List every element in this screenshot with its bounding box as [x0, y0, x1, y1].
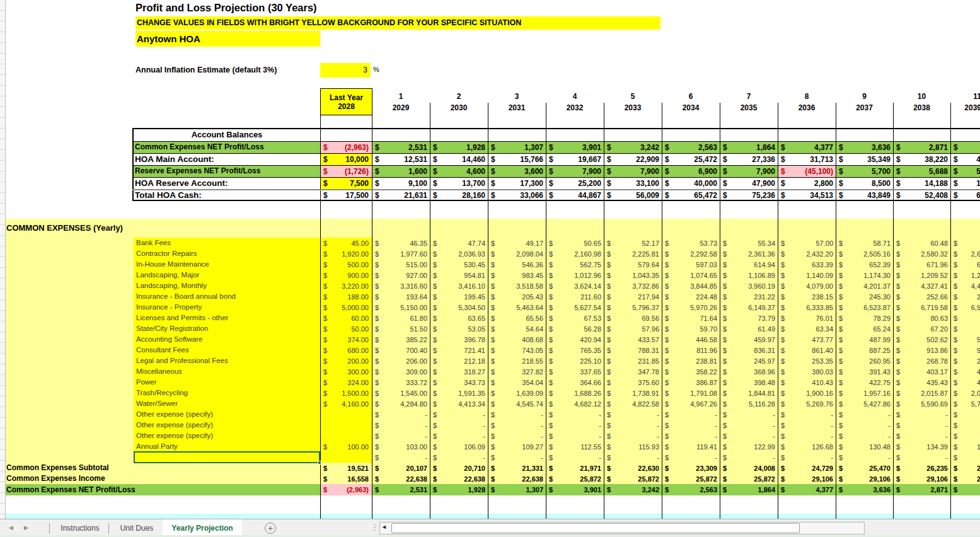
last-year-cell[interactable]: $17,500 — [321, 190, 371, 201]
year-value-cell[interactable]: $56,009 — [604, 190, 662, 201]
year-value-cell[interactable]: $927.00 — [372, 270, 430, 280]
year-value-cell[interactable]: $515.00 — [372, 259, 430, 270]
expense-row-label[interactable]: Other expense (specify) — [136, 430, 319, 441]
year-value-cell[interactable]: $217.94 — [604, 291, 662, 302]
year-value-cell[interactable]: $983.45 — [488, 270, 546, 280]
year-value-cell[interactable]: $2,0 — [951, 388, 980, 398]
year-value-cell[interactable]: $- — [894, 420, 950, 430]
year-value-cell[interactable]: $- — [546, 409, 604, 420]
last-year-cell[interactable]: $3,220.00 — [321, 280, 371, 291]
expense-row-label[interactable]: Other expense (specify) — [136, 420, 319, 430]
tab-instructions[interactable]: Instructions — [53, 519, 107, 537]
expense-row-label[interactable]: Legal and Professional Fees — [136, 355, 319, 366]
year-value-cell[interactable]: $1,209.52 — [894, 270, 950, 280]
year-value-cell[interactable]: $35,349 — [836, 153, 893, 165]
year-value-cell[interactable]: $2,563 — [662, 141, 720, 153]
year-value-cell[interactable]: $3,242 — [604, 484, 662, 495]
year-value-cell[interactable]: $5,700 — [836, 165, 893, 177]
expense-row-label[interactable]: Water/Sewer — [136, 398, 319, 409]
year-value-cell[interactable]: $391.43 — [836, 366, 893, 377]
year-value-cell[interactable]: $29,106 — [778, 473, 836, 484]
year-value-cell[interactable]: $112.55 — [546, 441, 604, 452]
year-value-cell[interactable]: $12,531 — [372, 153, 430, 165]
year-value-cell[interactable]: $398.48 — [720, 377, 778, 388]
year-value-cell[interactable]: $9,100 — [372, 177, 430, 189]
year-value-cell[interactable]: $8,500 — [836, 177, 893, 189]
year-value-cell[interactable]: $- — [662, 452, 720, 463]
year-value-cell[interactable]: $ — [951, 141, 980, 153]
year-value-cell[interactable]: $1,738.91 — [604, 388, 662, 398]
year-value-cell[interactable]: $385.22 — [372, 334, 430, 345]
last-year-header-cell[interactable]: Last Year2028 — [320, 88, 372, 115]
year-value-cell[interactable]: $4,600 — [430, 165, 488, 177]
year-value-cell[interactable]: $836.31 — [720, 345, 778, 355]
last-year-cell[interactable]: $324.00 — [321, 377, 371, 388]
year-value-cell[interactable]: $3,901 — [546, 484, 604, 495]
expense-row-label[interactable]: Insurance - Board annual bond — [136, 291, 319, 302]
year-value-cell[interactable]: $130.48 — [836, 441, 893, 452]
tab-scroll-left-icon[interactable]: ◄ — [8, 524, 14, 531]
year-value-cell[interactable]: $22,638 — [488, 473, 546, 484]
year-value-cell[interactable]: $7,900 — [720, 165, 778, 177]
year-value-cell[interactable]: $- — [778, 420, 836, 430]
year-number-header[interactable]: 2 — [430, 92, 488, 102]
year-value-cell[interactable]: $6,900 — [662, 165, 720, 177]
last-year-cell[interactable]: $19,521 — [321, 463, 371, 473]
year-label-header[interactable]: 2033 — [604, 103, 662, 113]
year-value-cell[interactable]: $6,149.37 — [720, 302, 778, 313]
year-value-cell[interactable]: $47.74 — [430, 238, 488, 248]
year-value-cell[interactable]: $410.43 — [778, 377, 836, 388]
totals-row-label[interactable]: Common Expenses Subtotal — [6, 463, 109, 473]
year-value-cell[interactable]: $3,518.58 — [488, 280, 546, 291]
year-value-cell[interactable]: $1,012.96 — [546, 270, 604, 280]
year-value-cell[interactable]: $2,871 — [894, 141, 950, 153]
year-value-cell[interactable]: $3,732.86 — [604, 280, 662, 291]
year-value-cell[interactable]: $1,844.81 — [720, 388, 778, 398]
year-value-cell[interactable]: $- — [488, 420, 546, 430]
year-value-cell[interactable]: $2,361.36 — [720, 248, 778, 259]
year-value-cell[interactable]: $115.93 — [604, 441, 662, 452]
year-value-cell[interactable]: $9 — [951, 345, 980, 355]
last-year-cell[interactable]: $16,558 — [321, 473, 371, 484]
year-value-cell[interactable]: $1,977.60 — [372, 248, 430, 259]
year-value-cell[interactable]: $530.45 — [430, 259, 488, 270]
year-value-cell[interactable]: $- — [430, 409, 488, 420]
year-value-cell[interactable]: $23,309 — [662, 463, 720, 473]
year-value-cell[interactable]: $368.96 — [720, 366, 778, 377]
year-value-cell[interactable]: $55.34 — [720, 238, 778, 248]
year-value-cell[interactable]: $44,867 — [546, 190, 604, 201]
add-sheet-button[interactable]: + — [265, 523, 276, 534]
year-value-cell[interactable]: $60.48 — [894, 238, 950, 248]
expense-row-label[interactable]: Miscellaneous — [136, 366, 319, 377]
year-value-cell[interactable]: $25,872 — [604, 473, 662, 484]
year-value-cell[interactable]: $212.18 — [430, 355, 488, 366]
year-value-cell[interactable]: $2,563 — [662, 484, 720, 495]
year-value-cell[interactable]: $5 — [951, 165, 980, 177]
year-value-cell[interactable]: $1,307 — [488, 484, 546, 495]
expense-row-label[interactable]: Annual Party — [136, 441, 319, 452]
year-value-cell[interactable]: $7,900 — [546, 165, 604, 177]
year-value-cell[interactable]: $4 — [951, 377, 980, 388]
year-value-cell[interactable]: $211.60 — [546, 291, 604, 302]
year-value-cell[interactable]: $- — [604, 420, 662, 430]
year-value-cell[interactable]: $193.64 — [372, 291, 430, 302]
year-value-cell[interactable]: $386.87 — [662, 377, 720, 388]
year-label-header[interactable]: 2036 — [778, 103, 836, 113]
last-year-cell[interactable]: $1,500.00 — [321, 388, 371, 398]
year-number-header[interactable]: 5 — [604, 92, 662, 102]
year-value-cell[interactable]: $408.68 — [488, 334, 546, 345]
year-value-cell[interactable]: $579.64 — [604, 259, 662, 270]
expense-row-label[interactable]: Trash/Recycling — [136, 388, 319, 398]
year-value-cell[interactable]: $743.05 — [488, 345, 546, 355]
year-value-cell[interactable]: $2 — [951, 291, 980, 302]
year-value-cell[interactable]: $1,688.26 — [546, 388, 604, 398]
year-value-cell[interactable]: $19,667 — [546, 153, 604, 165]
year-value-cell[interactable]: $2,225.81 — [604, 248, 662, 259]
year-value-cell[interactable]: $53.05 — [430, 323, 488, 334]
year-value-cell[interactable]: $252.66 — [894, 291, 950, 302]
year-value-cell[interactable]: $43,849 — [836, 190, 893, 201]
year-value-cell[interactable]: $- — [720, 420, 778, 430]
year-value-cell[interactable]: $25,472 — [662, 153, 720, 165]
year-value-cell[interactable]: $ — [951, 452, 980, 463]
year-value-cell[interactable]: $- — [662, 420, 720, 430]
